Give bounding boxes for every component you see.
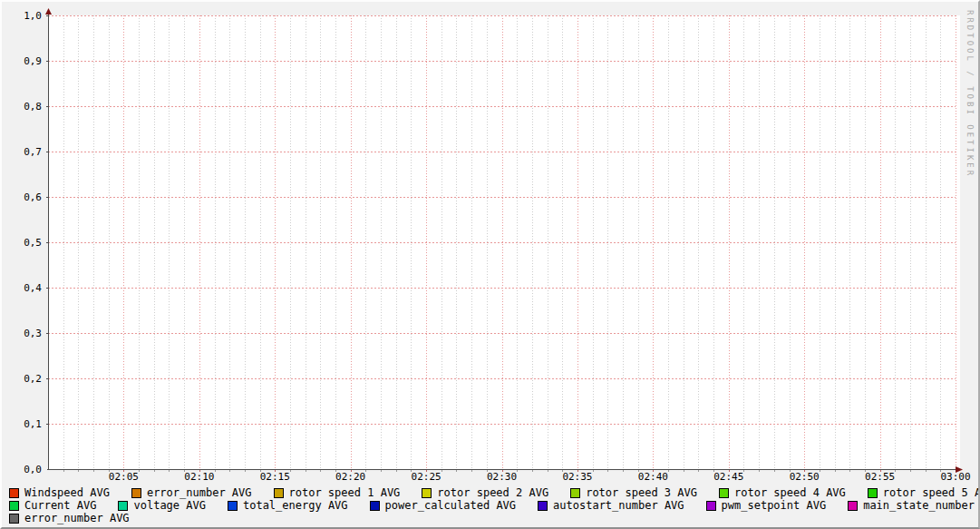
legend-swatch-icon [570,488,580,498]
legend-item: Windspeed AVG [9,487,110,498]
legend-item: error_number AVG [131,487,252,498]
y-axis-tick-label: 0,7 [2,147,42,157]
legend-item: voltage AVG [118,500,205,511]
legend-label: rotor speed 5 AVG [883,487,980,498]
legend-swatch-icon [228,501,238,511]
x-axis-tick-label: 02:50 [777,472,831,482]
y-axis-tick-label: 0,1 [2,419,42,429]
legend-item: rotor speed 1 AVG [274,487,401,498]
chart-grid [2,2,972,481]
legend-item: rotor speed 5 AVG [868,487,980,498]
y-axis-tick-label: 0,0 [2,465,42,475]
rrdtool-watermark: RRDTOOL / TOBI OETIKER [965,10,975,178]
legend-swatch-icon [9,488,19,498]
legend-swatch-icon [370,501,380,511]
legend-label: error_number AVG [147,487,252,498]
x-axis-tick-label: 02:25 [399,472,453,482]
legend-swatch-icon [9,501,19,511]
legend-item: rotor speed 2 AVG [422,487,548,498]
legend-label: rotor speed 2 AVG [437,487,548,498]
legend-label: rotor speed 1 AVG [289,487,401,498]
legend-label: pwm_setpoint AVG [722,500,827,511]
y-axis-tick-label: 0,5 [2,238,42,248]
x-axis-tick-label: 02:40 [626,472,680,482]
legend-item: autostart_number AVG [538,500,684,511]
legend-swatch-icon [848,501,858,511]
legend-swatch-icon [422,488,432,498]
x-axis-tick-label: 02:15 [247,472,302,482]
legend-label: voltage AVG [133,500,205,511]
legend-swatch-icon [868,488,878,498]
rrdtool-graph: 1,00,90,80,70,60,50,40,30,20,10,0 02:050… [0,0,980,529]
x-axis-tick-label: 02:10 [172,472,227,482]
y-axis-tick-label: 0,9 [2,56,42,66]
y-axis-arrow-icon [45,8,52,15]
x-axis-tick-label: 02:35 [550,472,605,482]
y-axis-tick-label: 1,0 [2,11,42,21]
legend-item: Current AVG [9,500,96,511]
legend-label: rotor speed 3 AVG [586,487,697,498]
legend-row: error_number AVG [9,513,130,524]
x-axis-tick-label: 02:30 [475,472,529,482]
y-axis-tick-label: 0,6 [2,192,42,202]
legend-swatch-icon [9,514,19,524]
legend-item: total_energy AVG [228,500,348,511]
y-axis-tick-label: 0,2 [2,374,42,384]
x-axis-tick-label: 02:55 [853,472,907,482]
legend-row: Windspeed AVGerror_number AVGrotor speed… [9,487,980,498]
legend-label: power_calculated AVG [385,500,517,511]
legend-swatch-icon [719,488,729,498]
legend-row: Current AVGvoltage AVGtotal_energy AVGpo… [9,500,980,511]
legend-label: Current AVG [24,500,96,511]
x-axis-tick-label: 02:20 [324,472,378,482]
x-axis-tick-label: 02:05 [96,472,150,482]
legend-item: power_calculated AVG [370,500,517,511]
legend-label: rotor speed 4 AVG [734,487,846,498]
legend-swatch-icon [118,501,128,511]
legend-swatch-icon [706,501,716,511]
legend-item: rotor speed 4 AVG [719,487,846,498]
x-axis-tick-label: 02:45 [702,472,756,482]
x-axis-tick-label: 03:00 [928,472,980,482]
legend-label: Windspeed AVG [24,487,110,498]
legend-swatch-icon [538,501,548,511]
legend-item: rotor speed 3 AVG [570,487,697,498]
legend-swatch-icon [274,488,284,498]
legend-item: pwm_setpoint AVG [706,500,827,511]
legend-item: main_state_number AVG [848,500,980,511]
y-axis-tick-label: 0,4 [2,283,42,293]
legend-swatch-icon [131,488,141,498]
y-axis-tick-label: 0,8 [2,102,42,112]
legend-label: main_state_number AVG [863,500,980,511]
legend-label: error_number AVG [24,513,130,524]
legend-label: total_energy AVG [243,500,348,511]
y-axis-tick-label: 0,3 [2,328,42,338]
legend-item: error_number AVG [9,513,130,524]
legend-label: autostart_number AVG [553,500,684,511]
